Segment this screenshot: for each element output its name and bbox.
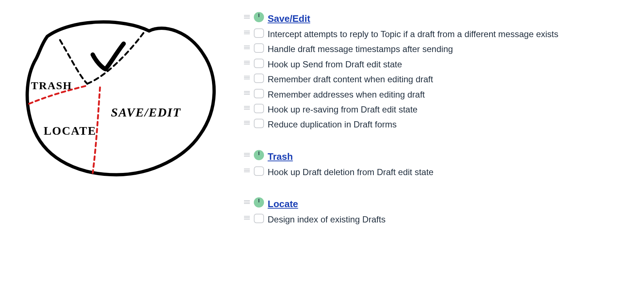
group-heading-row: Trash (244, 149, 571, 165)
task-row: Handle draft message timestamps after se… (244, 42, 571, 56)
task-checkbox[interactable] (254, 59, 264, 68)
task-row: Hook up Draft deletion from Draft edit s… (244, 165, 571, 179)
task-row: Intercept attempts to reply to Topic if … (244, 27, 571, 42)
task-checkbox[interactable] (254, 28, 264, 38)
group-heading-link[interactable]: Save/Edit (268, 12, 310, 25)
scope-sketch: TRASH LOCATE SAVE/EDIT (15, 11, 218, 183)
drag-handle-icon[interactable] (244, 88, 250, 97)
group-heading-link[interactable]: Trash (268, 150, 293, 163)
task-text: Intercept attempts to reply to Topic if … (268, 28, 559, 40)
drag-handle-icon[interactable] (244, 12, 250, 21)
task-checkbox[interactable] (254, 104, 264, 113)
drag-handle-icon[interactable] (244, 118, 250, 127)
task-text: Hook up Send from Draft edit state (268, 58, 402, 70)
group-save-edit: Save/Edit Intercept attempts to reply to… (244, 11, 571, 132)
task-row: Reduce duplication in Draft forms (244, 117, 571, 132)
group-heading-row: Locate (244, 196, 571, 212)
task-row: Remember addresses when editing draft (244, 87, 571, 102)
task-checkbox[interactable] (254, 89, 264, 98)
task-text: Handle draft message timestamps after se… (268, 43, 453, 55)
drag-handle-icon[interactable] (244, 198, 250, 206)
drag-handle-icon[interactable] (244, 213, 250, 222)
task-text: Reduce duplication in Draft forms (268, 118, 397, 130)
group-trash: Trash Hook up Draft deletion from Draft … (244, 149, 571, 179)
task-lists: Save/Edit Intercept attempts to reply to… (244, 11, 571, 244)
task-checkbox[interactable] (254, 214, 264, 223)
task-row: Hook up re-saving from Draft edit state (244, 102, 571, 117)
drag-handle-icon[interactable] (244, 103, 250, 112)
drag-handle-icon[interactable] (244, 58, 250, 67)
task-checkbox[interactable] (254, 119, 264, 128)
task-text: Remember addresses when editing draft (268, 88, 425, 100)
drag-handle-icon[interactable] (244, 166, 250, 175)
drag-handle-icon[interactable] (244, 73, 250, 82)
clock-icon (254, 197, 264, 208)
group-heading-link[interactable]: Locate (268, 198, 298, 210)
task-text: Design index of existing Drafts (268, 213, 385, 225)
task-checkbox[interactable] (254, 74, 264, 83)
drag-handle-icon[interactable] (244, 150, 250, 159)
group-heading-row: Save/Edit (244, 11, 571, 27)
task-text: Hook up re-saving from Draft edit state (268, 103, 417, 115)
sketch-label-trash: TRASH (31, 79, 72, 91)
task-row: Remember draft content when editing draf… (244, 72, 571, 87)
task-row: Design index of existing Drafts (244, 212, 571, 227)
task-row: Hook up Send from Draft edit state (244, 57, 571, 72)
drag-handle-icon[interactable] (244, 43, 250, 52)
task-checkbox[interactable] (254, 43, 264, 53)
task-text: Hook up Draft deletion from Draft edit s… (268, 166, 433, 178)
task-text: Remember draft content when editing draf… (268, 73, 433, 85)
clock-icon (254, 150, 264, 160)
task-checkbox[interactable] (254, 166, 264, 176)
sketch-label-save-edit: SAVE/EDIT (111, 106, 181, 119)
clock-icon (254, 12, 264, 22)
sketch-label-locate: LOCATE (44, 124, 96, 137)
group-locate: Locate Design index of existing Drafts (244, 196, 571, 227)
drag-handle-icon[interactable] (244, 28, 250, 37)
